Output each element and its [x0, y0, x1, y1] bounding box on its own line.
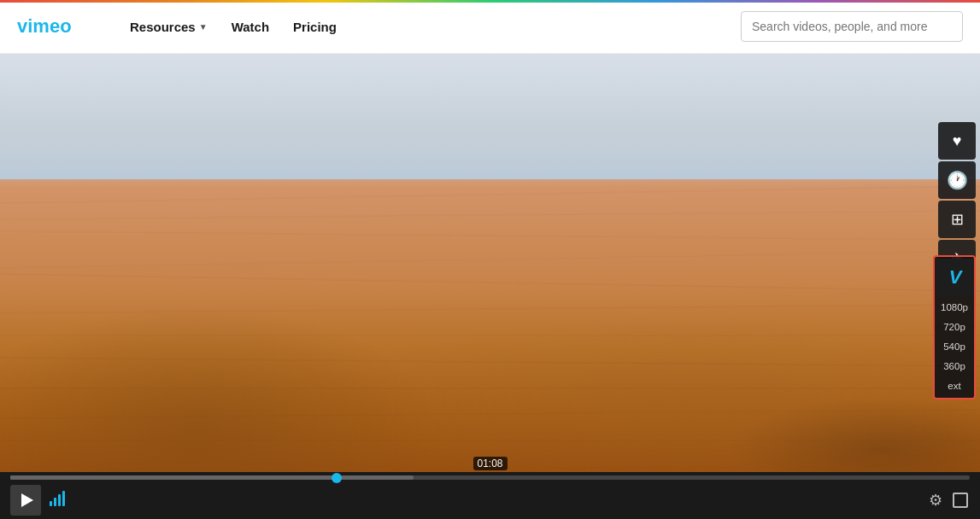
progress-dot [332, 473, 342, 483]
resources-dropdown-arrow: ▼ [199, 22, 208, 32]
quality-panel-header[interactable]: V [936, 259, 974, 296]
fullscreen-icon [953, 493, 968, 508]
search-input[interactable] [741, 11, 963, 42]
side-panel: ♥ 🕐 ⊞ ✈ [938, 122, 976, 277]
nav-watch[interactable]: Watch [221, 13, 279, 41]
progress-row: 01:08 [10, 475, 970, 480]
volume-button[interactable] [48, 493, 67, 508]
like-button[interactable]: ♥ [938, 122, 976, 160]
time-display: 01:08 [472, 457, 507, 470]
fullscreen-button[interactable] [951, 491, 970, 510]
nav-links: Resources ▼ Watch Pricing [120, 13, 347, 41]
controls-bar: 01:08 ⚙ [0, 472, 980, 519]
quality-720p[interactable]: 720p [935, 318, 974, 337]
video-content [0, 54, 980, 472]
quality-360p[interactable]: 360p [935, 357, 974, 376]
watch-later-button[interactable]: 🕐 [938, 161, 976, 199]
dune-texture [0, 179, 980, 472]
layers-icon: ⊞ [951, 210, 964, 229]
nav-pricing[interactable]: Pricing [283, 13, 347, 41]
vimeo-v-icon: V [949, 268, 962, 287]
gear-icon: ⚙ [929, 491, 942, 510]
nav-resources[interactable]: Resources ▼ [120, 13, 218, 41]
resources-label: Resources [130, 20, 196, 34]
controls-right: ⚙ [927, 489, 970, 511]
clock-icon: 🕐 [947, 170, 968, 190]
vol-bar-3 [58, 494, 61, 506]
vimeo-logo[interactable]: vimeo [17, 14, 94, 39]
collections-button[interactable]: ⊞ [938, 201, 976, 238]
vol-bar-2 [54, 498, 56, 506]
settings-button[interactable]: ⚙ [927, 489, 944, 511]
progress-bar[interactable] [10, 475, 970, 480]
quality-1080p[interactable]: 1080p [935, 298, 974, 318]
vol-bar-4 [62, 491, 65, 506]
svg-text:vimeo: vimeo [17, 15, 72, 37]
vol-bar-1 [50, 501, 52, 506]
quality-panel: V 1080p 720p 540p 360p ext [933, 255, 976, 399]
heart-icon: ♥ [953, 132, 962, 150]
video-container: ♥ 🕐 ⊞ ✈ V 1080p 720p 540p 360p ext 01:08 [0, 54, 980, 519]
quality-ext[interactable]: ext [935, 376, 974, 396]
navbar: vimeo Resources ▼ Watch Pricing [0, 0, 980, 54]
video-frame[interactable] [0, 54, 980, 472]
play-button[interactable] [10, 485, 41, 516]
progress-loaded [10, 475, 414, 480]
quality-540p[interactable]: 540p [935, 337, 974, 357]
controls-row: ⚙ [10, 485, 970, 516]
